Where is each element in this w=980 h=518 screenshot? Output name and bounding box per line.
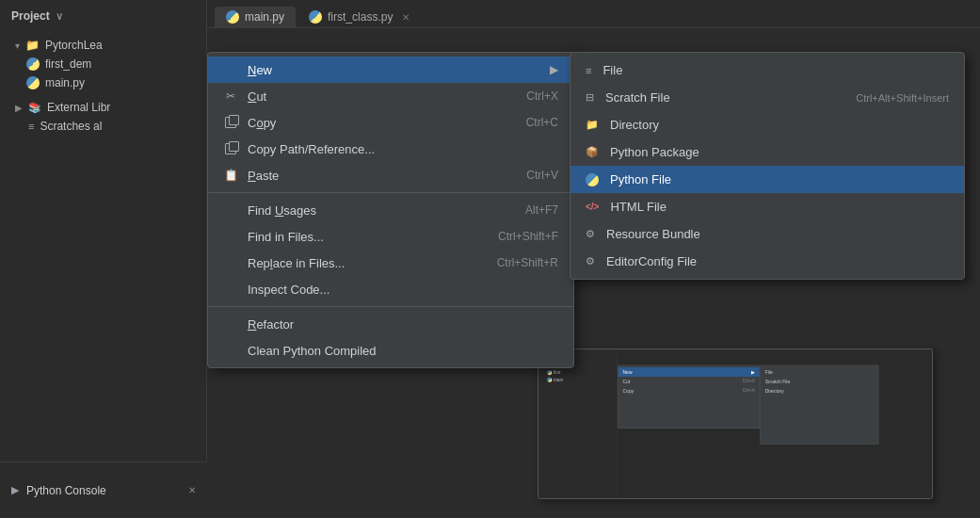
mini-copy-shortcut: Ctrl+A (743, 388, 755, 394)
tab-py-icon (226, 10, 239, 24)
submenu-item-html[interactable]: </> HTML File (570, 193, 964, 220)
tab-main-py[interactable]: main.py (215, 7, 296, 27)
copy-shortcut: Ctrl+C (526, 116, 558, 129)
menu-item-paste[interactable]: 📋 Paste Ctrl+V (208, 162, 573, 188)
file-label: File (602, 63, 622, 77)
menu-item-refactor[interactable]: Refactor (208, 311, 573, 337)
tab-main-label: main.py (245, 10, 284, 24)
menu-item-find-usages[interactable]: Find Usages Alt+F7 (208, 197, 573, 223)
console-label: Python Console (26, 484, 106, 497)
html-icon: </> (586, 202, 599, 212)
submenu-item-scratch[interactable]: ⊟ Scratch File Ctrl+Alt+Shift+Insert (570, 84, 964, 111)
python-file-label: Python File (610, 172, 671, 186)
inspect-icon (223, 282, 238, 297)
console-icon: ▶ (11, 484, 19, 496)
menu-item-cut[interactable]: ✂ Cut Ctrl+X (208, 83, 573, 109)
menu-item-new[interactable]: New ▶ (208, 57, 573, 83)
python-icon-main (26, 76, 40, 89)
tree-item-external[interactable]: ▶ 📚 External Libr (0, 98, 206, 117)
replace-icon (223, 255, 238, 270)
divider-2 (208, 306, 573, 307)
resource-icon: ⚙ (586, 228, 595, 240)
paste-label: Paste (248, 169, 279, 183)
tab-bar: main.py first_class.py ✕ (207, 0, 980, 28)
find-usages-shortcut: Alt+F7 (525, 203, 558, 217)
divider-1 (208, 192, 573, 193)
copy-path-icon (223, 141, 238, 156)
submenu-item-directory[interactable]: 📁 Directory (570, 111, 964, 138)
project-header[interactable]: Project ∨ (0, 0, 206, 32)
mini-preview: Project ∨ ▾📁 Pytorche first main New▶ Cu… (538, 348, 933, 499)
new-icon (223, 62, 238, 77)
scratches-icon: ≡ (28, 121, 34, 132)
submenu-item-resource[interactable]: ⚙ Resource Bundle (570, 220, 964, 248)
editorconfig-icon: ⚙ (586, 255, 595, 267)
mini-new-label: New (622, 369, 632, 375)
replace-shortcut: Ctrl+Shift+R (497, 256, 558, 269)
tab-first-label: first_class.py (328, 10, 393, 24)
python-package-icon: 📦 (586, 146, 599, 158)
find-files-icon (223, 229, 238, 244)
paste-shortcut: Ctrl+V (526, 169, 558, 182)
python-package-label: Python Package (610, 145, 699, 159)
menu-item-copy[interactable]: Copy Ctrl+C (208, 109, 573, 136)
console-close-btn[interactable]: ✕ (188, 485, 196, 495)
clean-label: Clean Python Compiled (248, 344, 377, 358)
tree-item-main[interactable]: main.py (0, 73, 206, 92)
scratches-label: Scratches al (40, 120, 102, 133)
mini-scratch-label: Scratch File (765, 379, 791, 384)
external-label: External Libr (47, 101, 110, 114)
chevron-external: ▶ (15, 103, 23, 113)
first-label: first_dem (45, 57, 91, 71)
submenu-item-editorconfig[interactable]: ⚙ EditorConfig File (570, 248, 964, 275)
context-menu: New ▶ ✂ Cut Ctrl+X Copy Ctrl+C Copy Path… (207, 52, 574, 368)
menu-item-find-files[interactable]: Find in Files... Ctrl+Shift+F (208, 223, 573, 250)
refactor-label: Refactor (248, 317, 294, 332)
menu-item-clean[interactable]: Clean Python Compiled (208, 337, 573, 364)
submenu-item-python-package[interactable]: 📦 Python Package (570, 138, 964, 166)
find-files-label: Find in Files... (248, 230, 324, 244)
find-usages-icon (223, 202, 238, 218)
mini-first-label: first (554, 370, 560, 375)
file-icon: ≡ (586, 65, 591, 76)
paste-icon: 📋 (223, 168, 238, 183)
mini-cut-label: Cut (622, 379, 630, 384)
cut-shortcut: Ctrl+X (526, 89, 558, 103)
find-usages-label: Find Usages (248, 203, 316, 218)
mini-main-label: main (554, 378, 563, 382)
chevron-icon: ▾ (15, 40, 20, 51)
sidebar: Project ∨ ▾ 📁 PytorchLea first_dem main.… (0, 0, 207, 518)
clean-icon (223, 343, 238, 358)
tab-close-icon[interactable]: ✕ (402, 12, 410, 23)
folder-icon: 📁 (25, 39, 40, 52)
copy-path-label: Copy Path/Reference... (248, 142, 375, 156)
tree-item-pytorch[interactable]: ▾ 📁 PytorchLea (0, 36, 206, 55)
scratch-label: Scratch File (605, 90, 670, 105)
menu-item-inspect[interactable]: Inspect Code... (208, 276, 573, 302)
replace-label: Replace in Files... (248, 256, 345, 270)
external-icon: 📚 (28, 102, 41, 114)
scratch-icon: ⊟ (586, 91, 594, 104)
directory-label: Directory (610, 118, 659, 132)
python-console-panel[interactable]: ▶ Python Console ✕ (0, 461, 207, 518)
find-files-shortcut: Ctrl+Shift+F (498, 230, 558, 243)
directory-icon: 📁 (586, 119, 599, 131)
new-submenu: ≡ File ⊟ Scratch File Ctrl+Alt+Shift+Ins… (570, 52, 965, 280)
mini-copy-label: Copy (622, 388, 634, 394)
submenu-item-file[interactable]: ≡ File (570, 57, 964, 84)
menu-item-copy-path[interactable]: Copy Path/Reference... (208, 136, 573, 162)
refactor-icon (223, 316, 238, 332)
html-label: HTML File (610, 200, 666, 214)
menu-item-replace[interactable]: Replace in Files... Ctrl+Shift+R (208, 250, 573, 276)
mini-cut-shortcut: Ctrl+X (743, 379, 755, 384)
project-tree: ▾ 📁 PytorchLea first_dem main.py ▶ 📚 Ext… (0, 32, 206, 139)
submenu-item-python-file[interactable]: Python File (570, 166, 964, 193)
python-file-icon (586, 173, 599, 186)
tree-item-first[interactable]: first_dem (0, 55, 206, 73)
tab-first-class[interactable]: first_class.py ✕ (297, 7, 421, 27)
tab-first-py-icon (309, 10, 322, 24)
resource-label: Resource Bundle (606, 227, 700, 241)
project-caret: ∨ (56, 10, 63, 23)
arrow-icon: ▶ (550, 63, 558, 76)
tree-item-scratches[interactable]: ≡ Scratches al (0, 117, 206, 136)
